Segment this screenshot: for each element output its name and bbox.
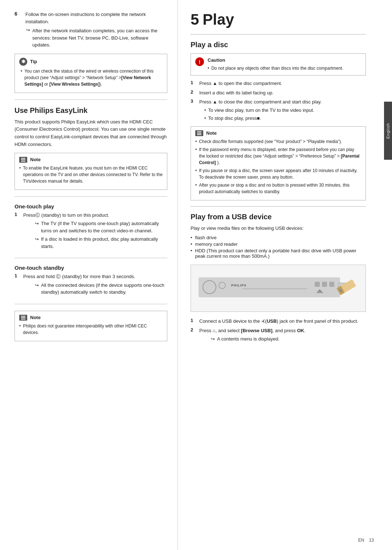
page-number: 13 (369, 538, 374, 543)
arrow-icon-3: ↪ (35, 236, 39, 250)
play-usb-intro: Play or view media files on the followin… (191, 225, 366, 232)
divider-4 (15, 304, 167, 304)
usb-bullet-3: • HDD (This product can detect only a po… (191, 248, 366, 259)
play-disc-step3-bullet-1: To view disc play, turn on the TV to the… (204, 107, 366, 114)
onetouch-standby-subtitle: One-touch standby (15, 265, 167, 271)
caution-box: ! Caution Do not place any objects other… (191, 53, 366, 76)
play-disc-note-b3-text: If you pause or stop a disc, the screen … (199, 167, 361, 180)
play-disc-note-b1-text: Check disc/file formats supported (see “… (199, 138, 342, 145)
usb-bullet-1: • flash drive (191, 235, 366, 240)
play-disc-note-b4: After you pause or stop a disc and no bu… (195, 182, 361, 195)
step-6-number: 6 (15, 11, 20, 25)
svg-rect-4 (242, 288, 307, 289)
play-disc-step3-text: Press ▲ to close the disc compartment an… (199, 99, 322, 105)
divider-1 (15, 99, 167, 100)
easylink-title: Use Philips EasyLink (15, 106, 167, 115)
usb-bullet-1-dot: • (191, 235, 192, 240)
divider-3 (15, 258, 167, 258)
note-icon-lines (21, 158, 25, 162)
left-column: 6 Follow the on-screen instructions to c… (0, 0, 178, 550)
bottom-note-line-3 (21, 319, 25, 319)
pd-note-line-3 (197, 134, 201, 135)
note-icon-line-1 (21, 158, 25, 159)
right-column: 5 Play Play a disc ! Caution Do not plac… (178, 0, 384, 550)
onetouch-play-arrow-2-text: If a disc is loaded in this product, dis… (41, 236, 167, 250)
play-disc-step2: 2 Insert a disc with its label facing up… (191, 89, 366, 97)
onetouch-standby-step1: 1 Press and hold Ⓒ (standby) for more th… (15, 273, 167, 297)
step-6-arrow: ↪ After the network installation complet… (26, 27, 167, 49)
play-disc-step3-content: Press ▲ to close the disc compartment an… (199, 98, 366, 122)
usb-bullet-3-text: HDD (This product can detect only a port… (195, 248, 366, 259)
play-usb-bullets: • flash drive • memory card reader • HDD… (191, 235, 366, 259)
bottom-note-label: Note (30, 315, 41, 320)
usb-step2-arrow: ↪ A contents menu is displayed. (211, 335, 366, 343)
usb-step2-arrow-text: A contents menu is displayed. (217, 335, 279, 343)
tip-bullet-1: You can check the status of the wired or… (21, 68, 163, 87)
page-footer: EN 13 (358, 538, 374, 543)
bottom-note-box: Note Philips does not guarantee interope… (15, 311, 167, 341)
usb-step2-num: 2 (191, 327, 198, 344)
play-disc-step1-num: 1 (191, 80, 198, 87)
onetouch-play-step1-text: PressⒸ (standby) to turn on this product… (23, 212, 109, 218)
play-disc-note-box: Note Check disc/file formats supported (… (191, 126, 366, 200)
bottom-note-text: Philips does not guarantee interoperabil… (23, 323, 163, 336)
english-tab: English (384, 102, 392, 160)
play-disc-note-icon-lines (197, 131, 201, 135)
play-disc-step3-num: 3 (191, 98, 198, 122)
onetouch-play-arrow-1-text: The TV (if the TV supports one-touch pla… (41, 220, 167, 234)
onetouch-play-step1-num: 1 (15, 212, 22, 252)
play-disc-step1: 1 Press ▲ to open the disc compartment. (191, 80, 366, 87)
play-disc-step3: 3 Press ▲ to close the disc compartment … (191, 98, 366, 122)
usb-step1: 1 Connect a USB device to the Ⱕ(USB) jac… (191, 318, 366, 325)
onetouch-play-subtitle: One-touch play (15, 203, 167, 209)
right-divider-1 (191, 34, 366, 35)
right-divider-2 (191, 206, 366, 207)
tip-bullet-1-text: You can check the status of the wired or… (24, 68, 163, 87)
caution-body: Do not place any objects other than disc… (208, 65, 361, 72)
play-disc-step2-text: Insert a disc with its label facing up. (199, 90, 274, 95)
caution-icon: ! (195, 57, 204, 66)
usb-step1-content: Connect a USB device to the Ⱕ(USB) jack … (199, 318, 366, 325)
caution-label: Caution (208, 57, 361, 63)
play-disc-step2-content: Insert a disc with its label facing up. (199, 89, 366, 97)
bottom-note-header: Note (19, 315, 163, 321)
step-6: 6 Follow the on-screen instructions to c… (15, 11, 167, 25)
pd-note-line-2 (197, 133, 201, 134)
note-icon-line-3 (21, 161, 25, 162)
easylink-note-bullet-1: To enable the EasyLink feature, you must… (19, 165, 163, 184)
onetouch-standby-step1-text: Press and hold Ⓒ (standby) for more than… (23, 274, 135, 279)
usb-bullet-2-dot: • (191, 241, 192, 247)
arrow-icon-4: ↪ (35, 282, 39, 296)
play-disc-note-header: Note (195, 130, 361, 136)
bottom-note-icon (19, 315, 27, 321)
play-disc-step3-bullet-2: To stop disc play, press■. (204, 115, 366, 122)
easylink-note-header: Note (19, 157, 163, 163)
usb-bullet-2-text: memory card reader (195, 241, 238, 247)
chapter-heading: 5 Play (191, 11, 366, 28)
play-disc-step2-num: 2 (191, 89, 198, 97)
bottom-note-body: Philips does not guarantee interoperabil… (19, 323, 163, 336)
usb-step2: 2 Press ⌂, and select [Browse USB], and … (191, 327, 366, 344)
usb-step1-text: Connect a USB device to the Ⱕ(USB) jack … (199, 318, 358, 324)
play-disc-title: Play a disc (191, 41, 366, 49)
play-disc-step3-bullet-1-text: To view disc play, turn on the TV to the… (208, 107, 314, 114)
tip-header: ✱ Tip (19, 58, 163, 66)
chapter-number: 5 (191, 11, 199, 28)
play-disc-note-b2: If the password entry menu is displayed,… (195, 146, 361, 166)
note-icon-line-2 (21, 159, 25, 160)
svg-text:PHILIPS: PHILIPS (231, 284, 246, 287)
bottom-note-line-2 (21, 317, 25, 318)
bottom-note-icon-lines (21, 316, 25, 319)
play-disc-note-b2-text: If the password entry menu is displayed,… (199, 146, 361, 166)
play-disc-note-b3: If you pause or stop a disc, the screen … (195, 167, 361, 180)
play-disc-step3-bullet-2-text: To stop disc play, press■. (208, 115, 261, 122)
usb-step2-content: Press ⌂, and select [Browse USB], and pr… (199, 327, 366, 344)
caution-content: Caution Do not place any objects other t… (208, 57, 361, 72)
onetouch-standby-arrow-1-text: All the connected devices (if the device… (41, 282, 167, 296)
onetouch-standby-arrow-1: ↪ All the connected devices (if the devi… (35, 282, 167, 296)
arrow-icon: ↪ (26, 27, 30, 49)
chapter-title: Play (203, 11, 234, 28)
caution-bullet-1: Do not place any objects other than disc… (208, 65, 361, 72)
easylink-body: This product supports Philips EasyLink w… (15, 118, 167, 148)
play-disc-step1-content: Press ▲ to open the disc compartment. (199, 80, 366, 87)
